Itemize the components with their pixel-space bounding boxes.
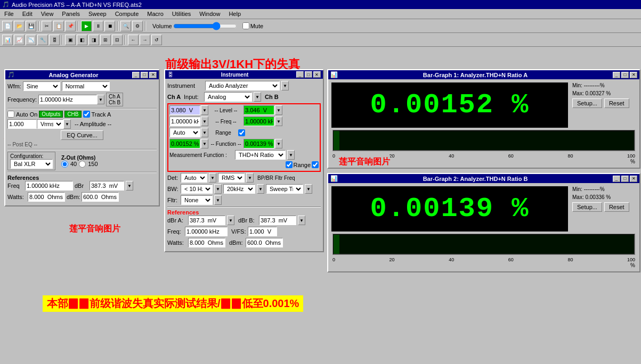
ch-b-func-input[interactable] [244,139,274,148]
ch-a-level-unit-btn[interactable]: ▼ [201,105,208,115]
tb2-btn8[interactable]: ◨ [88,35,99,45]
tb2-btn9[interactable]: ⊞ [100,35,111,45]
menu-panels[interactable]: Panels [60,10,82,18]
ag-close-btn[interactable]: ✕ [149,72,157,78]
inst-close-btn[interactable]: ✕ [313,71,321,78]
config-btn[interactable]: ⚙ [132,21,143,31]
menu-compute[interactable]: Compute [113,10,141,18]
z-150-radio[interactable] [79,161,86,168]
ch-a-func-unit-btn[interactable]: ▼ [201,139,208,148]
dbm-inst-input[interactable] [246,238,283,247]
zoom-btn[interactable]: 🔍 [120,21,131,31]
ch-a-range-select[interactable]: Auto [169,128,200,137]
freq-input[interactable] [38,95,97,104]
bg2-reset-btn[interactable]: Reset [604,202,629,212]
dbr-input-ag[interactable] [90,181,124,191]
ch-b-freq-input[interactable] [244,117,274,126]
range-ch-b-check[interactable] [238,129,245,136]
inst-maximize-btn[interactable]: □ [305,71,312,78]
ch-b-label[interactable]: Ch B [109,100,120,105]
ag-maximize-btn[interactable]: □ [141,72,148,78]
vfs-input[interactable] [248,227,277,236]
wfm-select[interactable]: Sine [23,81,60,91]
eq-curve-btn[interactable]: EQ Curve... [61,130,103,140]
menu-window[interactable]: Window [197,10,222,18]
bw-btn[interactable]: ▼ [214,184,222,194]
det-btn[interactable]: ▼ [209,173,216,183]
ch-a-func-input[interactable] [169,139,200,148]
volume-slider[interactable] [173,22,237,30]
bg1-minimize-btn[interactable]: _ [613,72,620,78]
save-btn[interactable]: 💾 [26,21,36,31]
ch-b-level-unit-btn[interactable]: ▼ [275,105,282,115]
det-select[interactable]: Auto [181,173,207,183]
fltr-select[interactable]: None [181,195,213,205]
menu-macro[interactable]: Macro [145,10,166,18]
bg2-title-bar[interactable]: 📊 Bar-Graph 2: Analyzer.THD+N Ratio B _ … [328,174,639,183]
sweep-select[interactable]: Sweep Track [266,184,303,194]
ch-a-range-btn[interactable]: ▼ [201,128,208,137]
open-btn[interactable]: 📂 [14,21,25,31]
ch-a-level-input[interactable] [169,105,200,115]
paste-btn[interactable]: 📌 [65,21,76,31]
bg1-maximize-btn[interactable]: □ [621,72,629,78]
tb2-btn13[interactable]: ↺ [151,35,162,45]
instrument-title-bar[interactable]: 🎛 Instrument _ □ ✕ [165,70,323,79]
menu-utilities[interactable]: Utilities [170,10,193,18]
amplitude-input[interactable] [7,119,37,129]
input-dropdown-btn[interactable]: ▼ [254,92,261,102]
meas-func-btn[interactable]: ▼ [287,150,295,160]
fltr-btn[interactable]: ▼ [214,195,222,205]
dbr-b-btn[interactable]: ▼ [298,216,305,225]
lp-select[interactable]: 20kHz LP [223,184,255,194]
dbr-dropdown-ag[interactable]: ▼ [126,181,133,191]
freq-ref-input-ag[interactable] [25,181,73,191]
sweep-btn[interactable]: ▼ [305,184,312,194]
bw-select[interactable]: < 10 Hz [181,184,213,194]
ch-b-level-input[interactable] [244,105,274,115]
outputs-btn[interactable]: Outputs [39,111,63,118]
amplitude-unit[interactable]: Vrms [37,119,63,129]
rms-select[interactable]: RMS [218,173,245,183]
ch-b-freq-unit-btn[interactable]: ▼ [275,117,282,126]
menu-sweep[interactable]: Sweep [86,10,109,18]
tb2-btn10[interactable]: ⊟ [112,35,123,45]
mute-checkbox[interactable]: Mute [242,22,263,29]
amplitude-dropdown[interactable]: ▼ [63,119,71,129]
bg1-reset-btn[interactable]: Reset [604,98,629,108]
inst-minimize-btn[interactable]: _ [296,71,304,78]
config-select[interactable]: Bal XLR [10,159,53,169]
run-btn[interactable]: ▶ [81,21,92,31]
tb2-btn2[interactable]: 📈 [14,35,25,45]
tb2-btn6[interactable]: ▣ [65,35,76,45]
ch-a-freq-input[interactable] [169,117,200,126]
range2-check[interactable] [286,161,293,168]
bg1-close-btn[interactable]: ✕ [630,72,637,78]
tb2-btn5[interactable]: 🎛 [49,35,60,45]
menu-view[interactable]: View [39,10,56,18]
pause-btn[interactable]: ⏸ [93,21,103,31]
tb2-btn7[interactable]: ◧ [77,35,87,45]
mute-check[interactable] [242,22,249,29]
range3-check[interactable] [312,161,319,168]
ch-b-func-unit-btn[interactable]: ▼ [275,139,282,148]
dbm-input-ag[interactable] [82,192,119,202]
tb2-btn4[interactable]: 🔧 [37,35,48,45]
watts-input-ag[interactable] [28,192,65,202]
dbr-a-input[interactable] [188,216,225,225]
track-a-check[interactable] [83,111,90,118]
tb2-btn12[interactable]: → [140,35,150,45]
ch-b-outputs-btn[interactable]: CHB [64,111,81,118]
menu-edit[interactable]: Edit [20,10,35,18]
ch-a-freq-unit-btn[interactable]: ▼ [201,117,208,126]
analog-generator-title-bar[interactable]: 🎵 Analog Generator _ □ ✕ [5,70,159,79]
inst-dropdown-btn[interactable]: ▼ [281,81,289,90]
dbr-a-btn[interactable]: ▼ [227,216,234,225]
instrument-select[interactable]: Audio Analyzer [205,81,280,90]
input-select[interactable]: Analog [204,92,252,102]
bg2-setup-btn[interactable]: Setup... [572,202,602,212]
menu-help[interactable]: Help [226,10,243,18]
normal-select[interactable]: Normal [62,81,110,91]
lp-btn[interactable]: ▼ [257,184,264,194]
tb2-btn1[interactable]: 📊 [2,35,13,45]
